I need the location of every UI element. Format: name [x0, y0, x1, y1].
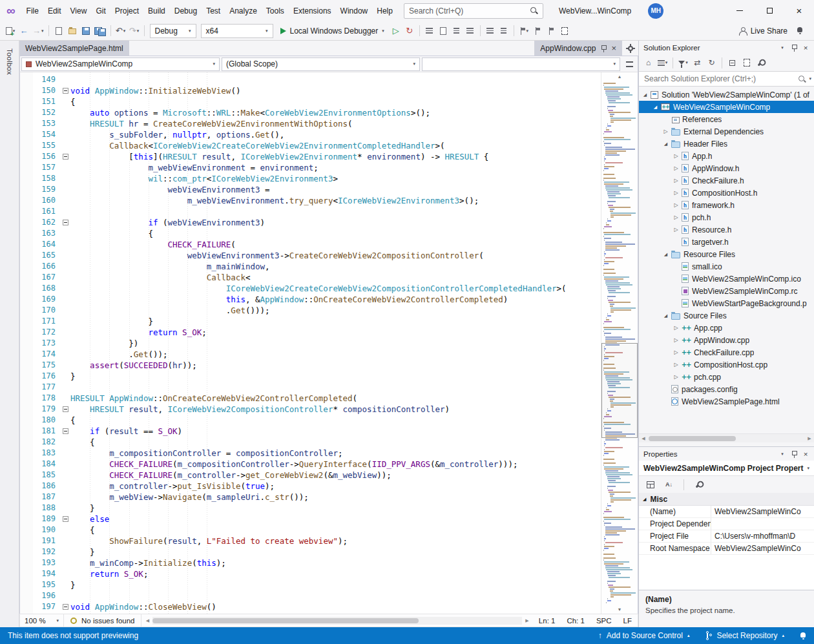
code-editor[interactable]: 1491501511521531541551561571581591601611…: [19, 72, 638, 614]
refresh-icon[interactable]: ↻: [705, 56, 718, 69]
line-ending-indicator[interactable]: LF: [618, 617, 638, 625]
property-row[interactable]: Project Dependencie: [639, 518, 814, 530]
menu-tools[interactable]: Tools: [262, 0, 289, 21]
redo-icon[interactable]: ↷▾: [128, 24, 141, 38]
tree-item[interactable]: packages.config: [639, 383, 814, 395]
collapsed-arrow-icon[interactable]: ▷: [672, 202, 680, 208]
solution-search-box[interactable]: Search Solution Explorer (Ctrl+;) ▾: [639, 71, 814, 87]
code-line[interactable]: {: [70, 96, 601, 107]
line-indicator[interactable]: Ln: 1: [533, 617, 561, 625]
code-line[interactable]: }: [70, 546, 601, 557]
tree-item[interactable]: ▷pch.cpp: [639, 371, 814, 383]
minimap-scrollbar[interactable]: ▲ ▼: [601, 72, 638, 614]
auto-hide-pin-icon[interactable]: [788, 42, 800, 54]
tree-item[interactable]: References: [639, 113, 814, 125]
menu-edit[interactable]: Edit: [43, 0, 66, 21]
tree-item[interactable]: WebViewStartPageBackground.p: [639, 297, 814, 309]
code-line[interactable]: m_webView->Navigate(m_sampleUri.c_str())…: [70, 492, 601, 503]
properties-icon[interactable]: [754, 56, 767, 69]
code-line[interactable]: void AppWindow::CloseWebView(): [70, 601, 601, 612]
window-position-icon[interactable]: ▾: [777, 42, 788, 54]
insert-mode-indicator[interactable]: SPC: [590, 617, 618, 625]
property-value[interactable]: [711, 518, 814, 530]
code-line[interactable]: m_controller->put_IsVisible(true);: [70, 481, 601, 492]
code-health-indicator[interactable]: No issues found: [64, 614, 141, 627]
code-line[interactable]: [70, 206, 601, 217]
code-line[interactable]: m_webViewEnvironment.try_query<ICoreWebV…: [70, 195, 601, 206]
uncomment-icon[interactable]: [497, 24, 510, 38]
fold-collapse-button[interactable]: [60, 426, 70, 437]
scroll-down-icon[interactable]: ▼: [601, 605, 638, 614]
code-line[interactable]: [70, 74, 601, 85]
code-line[interactable]: .Get()));: [70, 305, 601, 316]
menu-git[interactable]: Git: [91, 0, 110, 21]
code-line[interactable]: void AppWindow::InitializeWebView(): [70, 85, 601, 96]
misc-category-row[interactable]: ◢ Misc: [639, 493, 814, 506]
undo-icon[interactable]: ↶▾: [114, 24, 127, 38]
code-line[interactable]: m_mainWindow,: [70, 261, 601, 272]
tree-item[interactable]: ◢Source Files: [639, 309, 814, 322]
document-outline-icon[interactable]: [437, 24, 450, 38]
close-panel-icon[interactable]: ×: [800, 448, 811, 460]
code-line[interactable]: }: [70, 316, 601, 327]
close-button[interactable]: ×: [784, 0, 814, 21]
tree-item[interactable]: ▷Resource.h: [639, 223, 814, 236]
tree-item[interactable]: ◢WebView2SampleWinComp: [639, 101, 814, 113]
property-value[interactable]: WebView2SampleWinCo: [711, 506, 814, 517]
breakpoint-margin[interactable]: [20, 72, 33, 614]
tree-item[interactable]: ▷pch.h: [639, 211, 814, 223]
expanded-arrow-icon[interactable]: ◢: [662, 141, 670, 147]
property-row[interactable]: Root NamespaceWebView2SampleWinCo: [639, 543, 814, 555]
project-dropdown[interactable]: WebView2SampleWinComp ▾: [21, 57, 220, 71]
scrollbar-track[interactable]: [152, 617, 521, 625]
fold-collapse-button[interactable]: [60, 404, 70, 415]
zoom-dropdown[interactable]: 100 % ▾: [20, 614, 64, 627]
collapsed-arrow-icon[interactable]: ▷: [672, 337, 680, 343]
expanded-arrow-icon[interactable]: ◢: [651, 105, 660, 110]
code-line[interactable]: wil::com_ptr<ICoreWebView2Environment3>: [70, 173, 601, 184]
scroll-left-icon[interactable]: ◀: [143, 618, 151, 623]
code-line[interactable]: }: [70, 503, 601, 514]
scroll-up-icon[interactable]: ▲: [601, 72, 638, 81]
code-line[interactable]: }: [70, 371, 601, 382]
property-row[interactable]: (Name)WebView2SampleWinCo: [639, 506, 814, 518]
start-debugging-button[interactable]: Local Windows Debugger ▾: [276, 23, 389, 39]
notifications-bell-button[interactable]: [792, 627, 814, 644]
alphabetical-icon[interactable]: A↓: [662, 478, 676, 491]
open-file-icon[interactable]: [66, 24, 79, 38]
code-line[interactable]: m_compositionController = compositionCon…: [70, 448, 601, 459]
menu-test[interactable]: Test: [202, 0, 225, 21]
property-row[interactable]: Project FileC:\Users\v-mhoffman\D: [639, 530, 814, 543]
code-line[interactable]: m_webViewEnvironment = environment;: [70, 162, 601, 173]
tree-item[interactable]: targetver.h: [639, 236, 814, 248]
properties-object-dropdown[interactable]: WebView2SampleWinComp Project Propert ▾: [639, 461, 814, 476]
next-bookmark-icon[interactable]: [545, 24, 558, 38]
scrollbar-track[interactable]: [647, 435, 806, 442]
code-line[interactable]: else: [70, 514, 601, 525]
new-item-icon[interactable]: ▾: [4, 24, 17, 38]
code-line[interactable]: ShowFailure(result, L"Failed to create w…: [70, 535, 601, 546]
close-panel-icon[interactable]: ×: [800, 42, 811, 54]
add-to-source-control-button[interactable]: ↑ Add to Source Control ▴: [590, 627, 698, 644]
start-without-debugging-icon[interactable]: ▷: [390, 24, 402, 38]
maximize-button[interactable]: [755, 0, 784, 21]
code-line[interactable]: return S_OK;: [70, 568, 601, 579]
fold-collapse-button[interactable]: [60, 217, 70, 228]
collapsed-arrow-icon[interactable]: ▷: [672, 153, 680, 159]
tree-item[interactable]: ▷External Dependencies: [639, 125, 814, 138]
menu-analyze[interactable]: Analyze: [225, 0, 262, 21]
code-line[interactable]: CHECK_FAILURE(m_compositionController->Q…: [70, 459, 601, 470]
collapsed-arrow-icon[interactable]: ▷: [672, 374, 680, 380]
horizontal-scrollbar[interactable]: ◀ ▶: [141, 614, 532, 627]
scrollbar-thumb[interactable]: [649, 436, 736, 441]
new-project-icon[interactable]: [52, 24, 65, 38]
code-line[interactable]: if (result == S_OK): [70, 426, 601, 437]
expanded-arrow-icon[interactable]: ◢: [662, 252, 670, 257]
menu-project[interactable]: Project: [110, 0, 143, 21]
user-avatar[interactable]: MH: [648, 3, 663, 19]
collapsed-arrow-icon[interactable]: ▷: [672, 214, 680, 220]
fold-collapse-button[interactable]: [60, 151, 70, 162]
code-line[interactable]: auto options = Microsoft::WRL::Make<Core…: [70, 107, 601, 118]
filter-icon[interactable]: ▾: [676, 56, 690, 69]
code-line[interactable]: }): [70, 338, 601, 349]
